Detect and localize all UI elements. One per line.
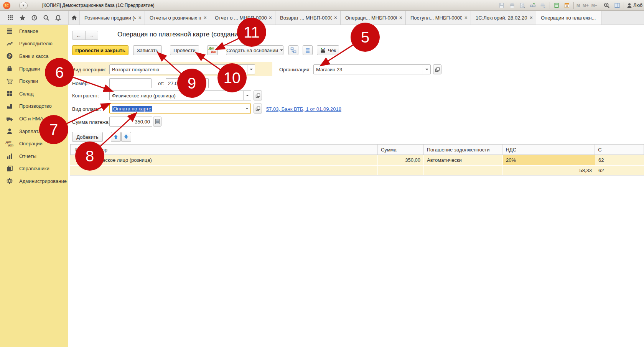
calendar-icon[interactable]: 31: [563, 2, 571, 9]
tab-card-payment-operations[interactable]: Операции по платежн...: [536, 11, 601, 25]
show-postings-dtkt-button[interactable]: ДтКт: [207, 45, 218, 55]
cell-debt-repayment[interactable]: Автоматически: [424, 155, 503, 165]
cell-contract[interactable]: Физическое лицо (розница): [85, 155, 378, 165]
move-row-down-button[interactable]: [121, 132, 131, 142]
save-icon[interactable]: [498, 2, 506, 9]
arrow-down-icon: [124, 134, 129, 140]
related-documents-button[interactable]: [288, 45, 298, 55]
header-amount[interactable]: Сумма: [378, 145, 424, 155]
dropdown-button[interactable]: [243, 104, 250, 113]
titlebar-separator: [573, 2, 574, 9]
document-list-button[interactable]: [303, 45, 313, 55]
header-contract[interactable]: Договор: [86, 145, 378, 155]
create-based-on-button[interactable]: Создать на основании: [226, 45, 283, 55]
payment-type-select[interactable]: Оплата по карте: [109, 104, 251, 113]
memory-m-minus-button[interactable]: M−: [591, 3, 598, 8]
memory-m-plus-button[interactable]: M+: [583, 3, 589, 8]
tab-operation-mnbp-000001[interactable]: Операци... МНБП-000001 ×: [341, 11, 406, 25]
svg-text:31: 31: [565, 5, 568, 7]
back-button[interactable]: ←: [72, 31, 86, 39]
forward-button[interactable]: →: [86, 31, 98, 39]
tab-return-mnbp-000001[interactable]: Возврат ... МНБП-000001 ×: [275, 11, 341, 25]
counterparty-open-button[interactable]: [254, 90, 262, 100]
cell-vat-amount[interactable]: 58,33: [503, 166, 595, 175]
titlebar-separator: [550, 2, 550, 9]
header-vat[interactable]: НДС: [502, 145, 595, 155]
zoom-in-icon[interactable]: [603, 2, 611, 9]
bar-chart-icon: [6, 152, 13, 160]
annotation-circle-8: 8: [75, 141, 104, 171]
annotation-circle-7: 7: [39, 115, 68, 144]
annotation-circle-11: 11: [237, 18, 266, 47]
annotation-circle-5: 5: [351, 23, 380, 52]
calculator-icon[interactable]: [553, 2, 560, 9]
save-button[interactable]: Записать: [133, 45, 162, 55]
dt-kt-icon: ДтКт: [6, 140, 13, 148]
sidebar-item-reports[interactable]: Отчеты: [0, 150, 68, 163]
payment-amount-input[interactable]: 350,00: [109, 117, 152, 127]
home-tab[interactable]: [68, 11, 80, 25]
close-icon[interactable]: ×: [530, 15, 533, 21]
sidebar-item-manager[interactable]: Руководителю: [0, 38, 68, 50]
sidebar-item-production[interactable]: Производство: [0, 100, 68, 113]
all-functions-grid-icon[interactable]: [6, 13, 15, 22]
close-icon[interactable]: ×: [138, 15, 142, 21]
post-button[interactable]: Провести: [170, 45, 199, 55]
structure-icon: [290, 47, 296, 53]
table-row-line2[interactable]: 58,33 62: [70, 165, 644, 176]
send-print-icon[interactable]: [539, 2, 547, 9]
number-label: Номер:: [72, 81, 89, 86]
open-in-form-icon: [255, 106, 260, 111]
close-icon[interactable]: ×: [334, 15, 337, 21]
tab-retail-sales[interactable]: Розничные продажи (ч... ×: [80, 11, 145, 25]
current-user-button[interactable]: Люб: [627, 3, 642, 8]
close-icon[interactable]: ×: [399, 15, 402, 21]
get-link-icon[interactable]: [529, 2, 537, 9]
favorites-star-icon[interactable]: [18, 13, 27, 22]
sidebar-item-label: Главное: [19, 28, 38, 34]
cell-account[interactable]: 62: [595, 155, 644, 165]
sidebar-item-directories[interactable]: Справочники: [0, 163, 68, 175]
table-row[interactable]: Физическое лицо (розница) 350,00 Автомат…: [70, 155, 644, 165]
sidebar-item-administration[interactable]: Администрирование: [0, 175, 68, 187]
organization-open-button[interactable]: [433, 64, 441, 74]
add-row-button[interactable]: Добавить: [72, 132, 103, 142]
payment-type-label: Вид оплаты:: [72, 106, 101, 112]
move-row-up-button[interactable]: [111, 132, 121, 142]
header-debt-repayment[interactable]: Погашение задолженности: [424, 145, 503, 155]
payment-type-open-button[interactable]: [254, 104, 262, 113]
search-icon[interactable]: [41, 13, 51, 22]
header-account[interactable]: С: [595, 145, 644, 155]
calculator-icon: [155, 119, 160, 124]
cell-account-line2[interactable]: 62: [595, 166, 644, 175]
memory-m-button[interactable]: M: [576, 3, 580, 8]
print-icon[interactable]: [508, 2, 516, 9]
cell-amount[interactable]: 350,00: [378, 155, 424, 165]
dropdown-button[interactable]: [247, 65, 255, 74]
close-icon[interactable]: ×: [269, 15, 272, 21]
tab-receipt-mnbp-000001[interactable]: Поступл... МНБП-000001 ×: [406, 11, 471, 25]
dropdown-button[interactable]: [423, 65, 430, 74]
close-icon[interactable]: ×: [464, 15, 468, 21]
post-and-close-button[interactable]: Провести и закрыть: [72, 45, 128, 55]
sidebar-item-main[interactable]: Главное: [0, 25, 68, 38]
number-input[interactable]: [109, 78, 152, 88]
tab-retail-reports[interactable]: Отчеты о розничных п... ×: [145, 11, 210, 25]
home-icon: [71, 15, 77, 21]
history-clock-icon[interactable]: [30, 13, 39, 22]
cell-vat-selected[interactable]: 20%: [503, 155, 595, 165]
organization-select[interactable]: Магазин 23: [313, 64, 431, 74]
operation-type-label: Вид операции:: [72, 67, 106, 72]
tab-1c-lectorium[interactable]: 1С:Лекторий. 28.02.20... ×: [471, 11, 536, 25]
split-window-icon[interactable]: [613, 2, 621, 9]
shopping-bag-icon: [6, 65, 13, 72]
settlement-account-link[interactable]: 57.03, Банк ВТБ, 1 от 01.09.2018: [266, 106, 341, 112]
sidebar-item-warehouse[interactable]: Склад: [0, 87, 68, 100]
receipt-button[interactable]: Чек: [317, 45, 339, 55]
notifications-bell-icon[interactable]: [53, 13, 63, 22]
system-menu-button[interactable]: ▾: [19, 2, 28, 9]
dropdown-button[interactable]: [243, 91, 251, 100]
print-preview-icon[interactable]: [519, 2, 526, 9]
close-icon[interactable]: ×: [204, 15, 207, 21]
amount-calculator-button[interactable]: [153, 117, 161, 127]
